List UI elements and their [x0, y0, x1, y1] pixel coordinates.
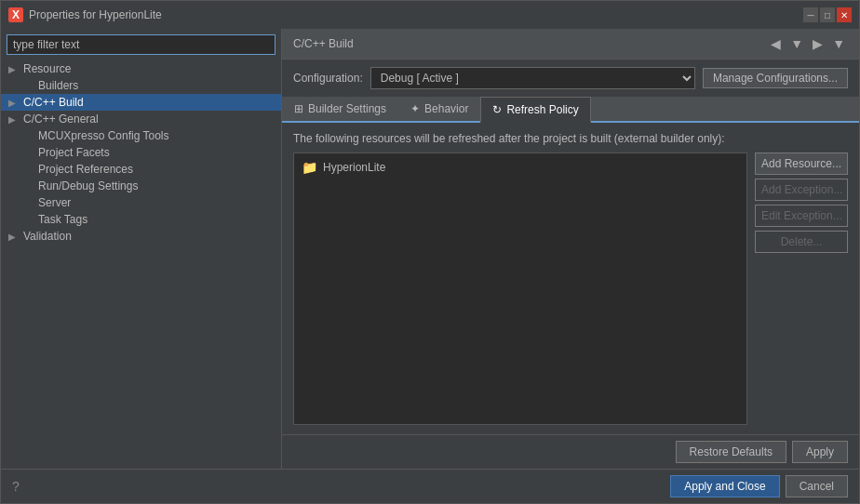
filter-input[interactable] — [7, 34, 275, 55]
delete-button[interactable]: Delete... — [755, 231, 848, 253]
panel-title: C/C++ Build — [293, 37, 354, 50]
apply-and-close-button[interactable]: Apply and Close — [670, 475, 779, 497]
window-title: Properties for HyperionLite — [29, 8, 162, 21]
sidebar-item-cpp-general[interactable]: ▶ C/C++ General — [1, 111, 281, 127]
tab-builder-settings[interactable]: ⊞ Builder Settings — [282, 97, 398, 121]
configuration-label: Configuration: — [293, 72, 363, 85]
left-panel: ▶ Resource Builders ▶ C/C++ Build ▶ C/C+… — [1, 29, 282, 469]
help-icon[interactable]: ? — [12, 479, 20, 494]
main-content: ▶ Resource Builders ▶ C/C++ Build ▶ C/C+… — [1, 29, 859, 469]
bottom-bar: Restore Defaults Apply — [282, 434, 859, 469]
close-button[interactable]: ✕ — [837, 7, 852, 22]
nav-forward-button[interactable]: ▶ — [810, 36, 826, 51]
sidebar-item-run-debug[interactable]: Run/Debug Settings — [1, 178, 281, 194]
cancel-button[interactable]: Cancel — [786, 475, 848, 497]
expand-arrow: ▶ — [8, 64, 23, 74]
manage-configurations-button[interactable]: Manage Configurations... — [703, 68, 848, 88]
window-icon: X — [8, 7, 23, 22]
edit-exception-button[interactable]: Edit Exception... — [755, 205, 848, 227]
expand-arrow: ▶ — [8, 114, 23, 125]
nav-dropdown-button[interactable]: ▼ — [787, 36, 806, 51]
tab-refresh-policy[interactable]: ↻ Refresh Policy — [480, 97, 590, 123]
panel-header: C/C++ Build ◀ ▼ ▶ ▼ — [282, 29, 859, 60]
sidebar-item-validation[interactable]: ▶ Validation — [1, 228, 281, 245]
refresh-icon: ↻ — [492, 103, 502, 116]
add-resource-button[interactable]: Add Resource... — [755, 153, 848, 175]
sidebar-item-project-references[interactable]: Project References — [1, 161, 281, 178]
maximize-button[interactable]: □ — [820, 7, 835, 22]
builder-settings-icon: ⊞ — [294, 102, 303, 115]
footer-bar: ? Apply and Close Cancel — [1, 469, 859, 503]
right-panel: C/C++ Build ◀ ▼ ▶ ▼ Configuration: Debug… — [282, 29, 859, 469]
apply-button[interactable]: Apply — [792, 441, 848, 463]
content-area: The following resources will be refreshe… — [282, 123, 859, 434]
nav-dropdown2-button[interactable]: ▼ — [829, 36, 848, 51]
tab-behavior[interactable]: ✦ Behavior — [398, 97, 480, 121]
title-bar: X Properties for HyperionLite ─ □ ✕ — [1, 1, 859, 29]
sidebar-item-project-facets[interactable]: Project Facets — [1, 144, 281, 161]
resource-panel: 📁 HyperionLite Add Resource... Add Excep… — [293, 153, 848, 425]
resource-list: 📁 HyperionLite — [293, 153, 747, 425]
sidebar-item-task-tags[interactable]: Task Tags — [1, 211, 281, 228]
side-buttons: Add Resource... Add Exception... Edit Ex… — [755, 153, 848, 425]
sidebar-item-server[interactable]: Server — [1, 194, 281, 211]
configuration-select[interactable]: Debug [ Active ] Release — [370, 67, 695, 89]
minimize-button[interactable]: ─ — [803, 7, 818, 22]
restore-defaults-button[interactable]: Restore Defaults — [676, 441, 786, 463]
folder-icon: 📁 — [302, 160, 317, 175]
sidebar-item-cpp-build[interactable]: ▶ C/C++ Build — [1, 94, 281, 111]
behavior-icon: ✦ — [410, 102, 420, 115]
expand-arrow: ▶ — [8, 98, 23, 108]
sidebar-item-resource[interactable]: ▶ Resource — [1, 60, 281, 77]
tabs-row: ⊞ Builder Settings ✦ Behavior ↻ Refresh … — [282, 97, 859, 123]
sidebar-item-mcuxpresso[interactable]: MCUXpresso Config Tools — [1, 127, 281, 144]
tree-area: ▶ Resource Builders ▶ C/C++ Build ▶ C/C+… — [1, 60, 281, 469]
nav-back-button[interactable]: ◀ — [768, 36, 784, 51]
add-exception-button[interactable]: Add Exception... — [755, 179, 848, 201]
expand-arrow: ▶ — [8, 232, 23, 242]
sidebar-item-builders[interactable]: Builders — [1, 77, 281, 94]
resource-label: HyperionLite — [323, 161, 385, 174]
main-window: X Properties for HyperionLite ─ □ ✕ ▶ Re… — [0, 0, 860, 504]
configuration-row: Configuration: Debug [ Active ] Release … — [282, 60, 859, 97]
list-item[interactable]: 📁 HyperionLite — [298, 157, 743, 178]
info-text: The following resources will be refreshe… — [293, 132, 848, 145]
